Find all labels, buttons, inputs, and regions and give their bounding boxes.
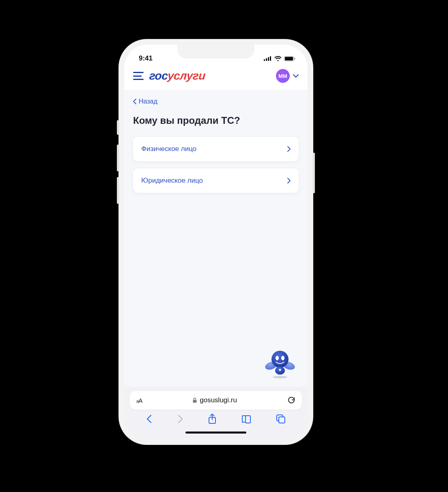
option-label: Физическое лицо xyxy=(141,145,196,153)
phone-side-button xyxy=(117,145,119,171)
bookmarks-button[interactable] xyxy=(241,414,252,425)
status-time: 9:41 xyxy=(139,54,153,63)
back-label: Назад xyxy=(139,98,157,105)
phone-side-button xyxy=(117,120,119,135)
options-list: Физическое лицо Юридическое лицо xyxy=(133,137,299,193)
reload-icon[interactable] xyxy=(287,396,295,404)
svg-point-10 xyxy=(276,356,279,360)
svg-rect-3 xyxy=(270,56,271,61)
svg-point-11 xyxy=(281,356,284,360)
phone-side-button xyxy=(117,177,119,204)
status-indicators xyxy=(264,56,295,61)
svg-rect-0 xyxy=(264,59,265,61)
phone-notch xyxy=(177,45,254,58)
svg-rect-6 xyxy=(294,58,295,60)
logo-part-2: услуги xyxy=(167,69,206,82)
share-button[interactable] xyxy=(208,414,217,426)
svg-rect-18 xyxy=(279,417,285,423)
chevron-right-icon xyxy=(287,178,291,183)
avatar[interactable]: ММ xyxy=(276,69,290,83)
option-individual[interactable]: Физическое лицо xyxy=(133,137,299,161)
page-content: Назад Кому вы продали ТС? Физическое лиц… xyxy=(124,91,308,387)
app-header: госуслуги ММ xyxy=(124,65,308,91)
menu-button[interactable] xyxy=(133,72,144,80)
phone-screen: 9:41 xyxy=(124,45,308,439)
browser-toolbar xyxy=(130,410,302,428)
svg-point-14 xyxy=(273,376,287,378)
svg-rect-5 xyxy=(285,57,293,60)
browser-back-button[interactable] xyxy=(146,414,153,425)
battery-icon xyxy=(284,56,295,61)
phone-side-button xyxy=(313,153,315,193)
logo-part-1: гос xyxy=(149,69,168,82)
lock-icon xyxy=(192,397,197,403)
domain-text: gosuslugi.ru xyxy=(200,396,237,404)
avatar-initials: ММ xyxy=(278,73,287,79)
option-legal-entity[interactable]: Юридическое лицо xyxy=(133,168,299,193)
chevron-left-icon xyxy=(133,99,136,104)
phone-frame: 9:41 xyxy=(118,39,313,445)
svg-rect-1 xyxy=(266,58,267,61)
chatbot-button[interactable] xyxy=(264,346,296,379)
chevron-right-icon xyxy=(287,146,291,152)
url-domain: gosuslugi.ru xyxy=(142,396,287,404)
chatbot-icon xyxy=(264,346,296,379)
browser-forward-button xyxy=(177,414,183,425)
svg-point-13 xyxy=(279,369,281,371)
back-link[interactable]: Назад xyxy=(133,98,157,105)
wifi-icon xyxy=(274,56,282,61)
option-label: Юридическое лицо xyxy=(141,177,203,185)
home-indicator[interactable] xyxy=(185,432,246,434)
tabs-button[interactable] xyxy=(276,414,286,425)
url-bar[interactable]: аА gosuslugi.ru xyxy=(130,391,302,410)
svg-point-9 xyxy=(271,351,289,368)
text-size-button[interactable]: аА xyxy=(136,397,142,404)
svg-rect-15 xyxy=(193,400,197,403)
page-title: Кому вы продали ТС? xyxy=(133,115,299,126)
browser-chrome: аА gosuslugi.ru xyxy=(124,387,308,439)
chevron-down-icon[interactable] xyxy=(293,74,299,78)
svg-rect-2 xyxy=(268,57,269,61)
cellular-icon xyxy=(264,56,272,61)
app-logo[interactable]: госуслуги xyxy=(149,69,206,82)
